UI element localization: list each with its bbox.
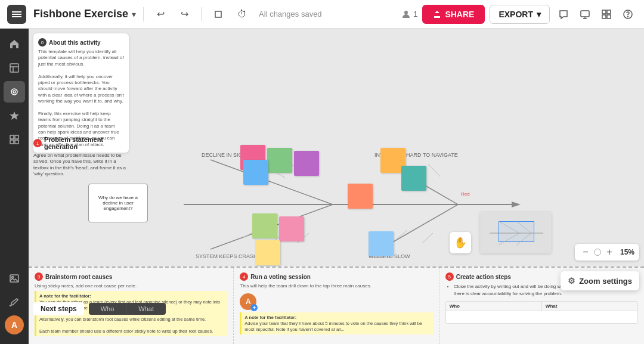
section1-title: Problem statement generation [44,136,129,150]
sidebar-item-image[interactable] [4,268,25,289]
mini-map-content [481,212,551,253]
title-chevron-icon[interactable]: ▾ [132,10,136,19]
svg-point-4 [404,11,408,14]
page-title: Fishbone Exercise [33,8,128,20]
sticky-note-3[interactable] [294,151,319,176]
sticky-note-2[interactable] [267,148,292,173]
table-col-who: Who [446,302,542,311]
section4-note-text: Advise your team that they'll have about… [244,321,422,332]
main-layout: A 0 About this activity This template wi… [0,29,644,344]
menu-button[interactable] [7,5,26,24]
redo-button[interactable]: ↪ [175,5,194,24]
sidebar-item-layers[interactable] [4,81,25,103]
svg-line-47 [516,233,531,245]
svg-rect-6 [602,10,606,14]
section3-subtitle: Using sticky notes, add one root cause p… [35,283,227,289]
section5-title: Create action steps [456,274,511,280]
zoom-value: 15% [620,248,634,256]
zoom-controls: − + 15% [575,244,639,261]
canvas-area[interactable]: 0 About this activity This template will… [29,29,644,344]
section3-note-title: A note for the facilitator: [39,293,91,299]
section1: 1 Problem statement generation Agree on … [33,136,129,178]
zoom-out-button[interactable]: − [580,246,592,258]
export-button[interactable]: EXPORT ▾ [490,5,550,24]
section4-note: A note for the facilitator: Advise your … [240,312,432,334]
activity-step-badge: 0 [38,38,47,47]
svg-rect-3 [215,11,221,17]
svg-point-13 [11,89,17,95]
section3-title: Brainstorm root causes [45,274,112,280]
sticky-note-9[interactable] [279,216,304,241]
zoom-settings-panel[interactable]: ⚙ Zoom settings [561,271,639,290]
export-chevron-icon: ▾ [537,10,541,19]
toolbar-divider-2 [201,7,202,21]
section1-step-badge: 1 [33,139,42,147]
sidebar-avatar[interactable]: A [5,315,24,334]
zoom-in-button[interactable]: + [603,246,615,258]
section4-title: Run a voting session [250,274,311,280]
sidebar-item-draw[interactable] [4,292,25,313]
sticky-note-10[interactable] [369,231,394,256]
toolbar: Fishbone Exercise ▾ ↩ ↪ ⏱ All changes sa… [0,0,644,29]
sticky-note-4[interactable] [243,160,268,185]
zoom-settings-label: Zoom settings [579,277,632,286]
svg-rect-2 [12,16,21,17]
svg-point-11 [628,16,628,17]
help-button[interactable] [619,5,637,23]
svg-marker-15 [10,111,19,120]
hand-tool-button[interactable]: ✋ [450,232,471,253]
sidebar-item-home[interactable] [4,33,25,55]
activity-body: This template will help you identify all… [38,49,124,148]
section4-subtitle: This will help the team drill down to th… [240,283,432,289]
save-status: All changes saved [259,10,322,18]
svg-rect-5 [581,11,589,17]
sidebar-item-assets[interactable] [4,105,25,126]
fishbone-diagram: DECLINE IN SIGN UPS INTERFACE HARD TO NA… [124,124,541,285]
mini-map [480,212,552,253]
table-header-who: Who [89,303,127,315]
next-steps-button[interactable]: Next steps [33,302,84,315]
svg-rect-7 [607,10,611,14]
activity-title: About this activity [49,39,101,46]
grid-view-button[interactable] [597,5,615,23]
user-count-value: 1 [413,10,417,18]
timer-button[interactable]: ⏱ [233,5,252,24]
toolbar-divider-1 [143,7,144,21]
gear-icon: ⚙ [568,276,575,286]
presenter-button[interactable] [576,5,594,23]
svg-rect-12 [10,64,18,72]
user-count: 1 [401,10,417,19]
undo-button[interactable]: ↩ [151,5,170,24]
add-avatar-button[interactable]: + [250,304,258,311]
svg-rect-0 [12,11,21,13]
svg-rect-17 [15,135,18,139]
sticky-note-6[interactable] [401,166,426,191]
svg-line-46 [499,233,519,245]
section3-step-badge: 3 [35,272,43,281]
sticky-note-8[interactable] [252,213,277,238]
sidebar-item-grid[interactable] [4,129,25,150]
svg-line-37 [422,233,433,243]
svg-line-45 [516,221,531,233]
svg-rect-1 [12,14,21,15]
sticky-note-7[interactable] [348,184,373,209]
svg-point-14 [13,91,16,93]
frame-button[interactable] [209,5,228,24]
sidebar-item-templates[interactable] [4,57,25,79]
svg-line-32 [428,164,440,176]
section5-step-badge: 5 [445,272,454,281]
action-steps-table: Who What [445,301,638,324]
comments-button[interactable] [555,5,572,23]
share-button[interactable]: SHARE [422,5,485,24]
next-steps-area: Next steps Who What [33,302,166,315]
section4-step-badge: 4 [240,272,248,281]
section1-body: Agree on what problem/issue needs to be … [33,153,129,178]
svg-marker-23 [512,202,521,207]
title-area: Fishbone Exercise ▾ [33,8,136,20]
svg-rect-19 [15,140,18,144]
export-label: EXPORT [499,10,533,19]
avatar-initial: A [11,320,17,330]
zoom-indicator [594,249,601,256]
sticky-note-11[interactable] [255,240,280,265]
svg-rect-9 [607,15,611,18]
